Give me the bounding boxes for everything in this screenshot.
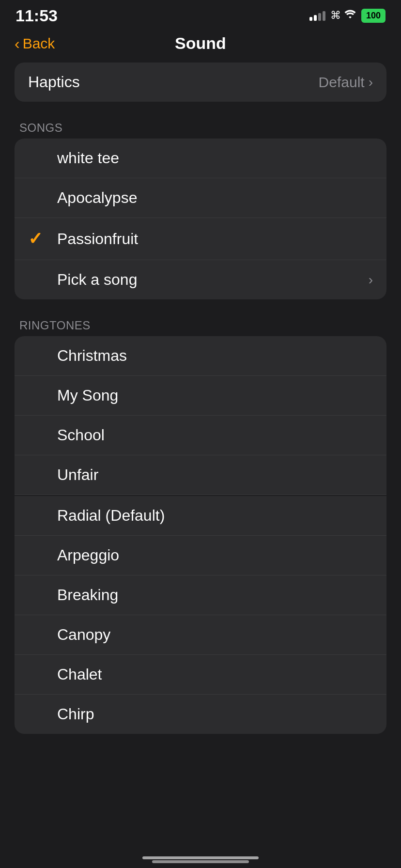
list-item[interactable]: Arpeggio — [15, 536, 386, 575]
pick-a-song-chevron-icon: › — [369, 272, 373, 288]
ringtone-my-song: My Song — [57, 387, 118, 404]
selected-checkmark-icon: ✓ — [28, 229, 47, 249]
haptics-value: Default — [319, 74, 365, 91]
haptics-row[interactable]: Haptics Default › — [15, 62, 386, 102]
list-item[interactable]: Apocalypse — [15, 178, 386, 218]
ringtone-unfair: Unfair — [57, 466, 98, 484]
status-bar: 11:53 ⌘ 100 — [0, 0, 401, 29]
ringtones-section-header: RINGTONES — [15, 309, 386, 336]
haptics-card: Haptics Default › — [15, 62, 386, 102]
list-item[interactable]: Breaking — [15, 575, 386, 615]
status-icons: ⌘ 100 — [309, 9, 386, 23]
list-item[interactable]: Christmas — [15, 336, 386, 376]
haptics-chevron-icon: › — [369, 75, 373, 90]
back-button[interactable]: ‹ Back — [15, 35, 55, 52]
list-item[interactable]: My Song — [15, 376, 386, 416]
ringtone-radial: Radial (Default) — [57, 507, 165, 525]
ringtone-canopy: Canopy — [57, 626, 110, 644]
songs-list: white tee Apocalypse ✓ Passionfruit Pick… — [15, 139, 386, 299]
page-title: Sound — [175, 34, 226, 53]
home-indicator — [152, 860, 249, 863]
song-apocalypse: Apocalypse — [57, 189, 137, 207]
ringtones-list: Christmas My Song School Unfair — [15, 336, 386, 734]
list-item[interactable]: ✓ Passionfruit — [15, 218, 386, 260]
pick-a-song-row[interactable]: Pick a song › — [15, 260, 386, 299]
ringtone-arpeggio: Arpeggio — [57, 546, 119, 564]
list-item[interactable]: Unfair — [15, 455, 386, 495]
song-white-tee: white tee — [57, 149, 119, 167]
ringtone-school: School — [57, 426, 105, 444]
list-item[interactable]: Chirp — [15, 695, 386, 734]
list-item[interactable]: Radial (Default) — [15, 496, 386, 536]
signal-bars-icon — [309, 10, 325, 21]
back-label[interactable]: Back — [23, 35, 55, 52]
songs-section-header: SONGS — [15, 111, 386, 139]
pick-a-song-label: Pick a song — [57, 271, 137, 289]
song-passionfruit: Passionfruit — [57, 230, 138, 248]
ringtone-chirp: Chirp — [57, 705, 94, 723]
nav-bar: ‹ Back Sound — [0, 29, 401, 62]
ringtone-chalet: Chalet — [57, 666, 102, 683]
list-item[interactable]: white tee — [15, 139, 386, 178]
wifi-icon: ⌘ — [330, 9, 356, 22]
ringtone-breaking: Breaking — [57, 586, 118, 604]
list-item[interactable]: School — [15, 416, 386, 455]
haptics-label: Haptics — [28, 73, 80, 91]
back-chevron-icon: ‹ — [15, 36, 20, 51]
list-item[interactable]: Canopy — [15, 615, 386, 655]
status-time: 11:53 — [15, 6, 58, 25]
battery-icon: 100 — [361, 9, 386, 23]
list-item[interactable]: Chalet — [15, 655, 386, 695]
content-area: Haptics Default › SONGS white tee Apocal… — [0, 62, 401, 734]
haptics-value-container: Default › — [319, 74, 373, 91]
ringtone-christmas: Christmas — [57, 347, 127, 365]
